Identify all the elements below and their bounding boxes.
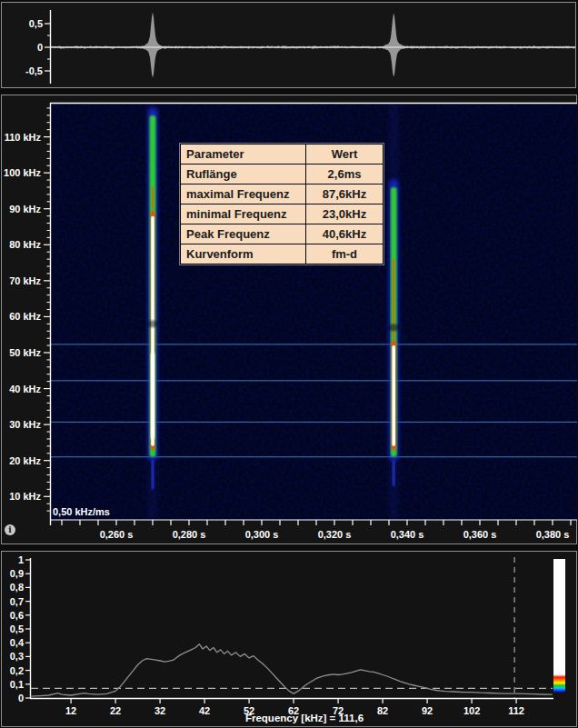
spectrogram-ytick-label: 50 kHz [9, 347, 41, 358]
spectrogram-xtick-label: 0,260 s [100, 529, 134, 540]
spectrogram-xtick-label: 0,380 s [536, 529, 570, 540]
spectrum-ytick-label: 0,1 [10, 679, 24, 690]
table-header-row: Parameter Wert [181, 145, 384, 165]
spectrogram-xtick-label: 0,300 s [245, 529, 279, 540]
frequency-readout-label: Frequency [kHz] = 111,6 [145, 713, 463, 723]
spectrogram-ytick-label: 100 kHz [4, 167, 41, 178]
amplitude-colorbar [553, 559, 565, 693]
param-label: Kurvenform [181, 244, 306, 264]
spectrogram-xtick-label: 0,320 s [318, 529, 352, 540]
param-value: 2,6ms [306, 165, 384, 184]
call-white-core [392, 345, 395, 446]
call-white-bulge [151, 353, 154, 439]
spectrum-xtick-label: 112 [508, 705, 524, 716]
spectrogram-ytick-label: 60 kHz [9, 311, 41, 322]
spectrum-ytick-label: 0,5 [10, 623, 24, 634]
param-label: minimal Frequenz [181, 204, 306, 224]
parameter-table: Parameter Wert Ruflänge 2,6ms maximal Fr… [180, 144, 384, 264]
spectrogram-ytick-label: 90 kHz [9, 204, 41, 214]
call-red-ridge [152, 187, 154, 209]
spectrogram-ytick-label: 20 kHz [9, 455, 41, 466]
param-label: maximal Frequenz [181, 184, 306, 204]
spectrogram-xtick-label: 0,360 s [463, 529, 497, 540]
param-label: Peak Frequenz [181, 224, 306, 244]
spectrum-ytick-label: 0,8 [10, 582, 24, 593]
charts-canvas: 0,50-0,5 110 kHz100 kHz90 kHz80 kHz70 kH… [0, 0, 578, 728]
call-notch [147, 320, 158, 327]
call-notch [388, 324, 399, 331]
oscillogram-ytick-label: 0 [37, 42, 43, 53]
info-button[interactable]: i [5, 524, 15, 535]
call-tail [152, 461, 154, 490]
call-tail [393, 461, 395, 486]
spectrogram-ytick-label: 40 kHz [9, 384, 41, 394]
spectrum-ytick-label: 0,7 [10, 596, 24, 607]
spectrum-ytick-label: 1 [18, 554, 24, 565]
slope-rate-label: 0,50 kHz/ms [53, 506, 110, 517]
spectrum-xtick-label: 22 [110, 705, 121, 716]
spectrogram-ytick-label: 30 kHz [9, 419, 41, 430]
oscillogram-ytick-label: 0,5 [29, 18, 43, 29]
spectrogram-ytick-label: 70 kHz [9, 275, 41, 286]
param-value: 23,0kHz [306, 204, 384, 224]
param-label: Ruflänge [181, 165, 306, 184]
param-value: 87,6kHz [306, 184, 384, 204]
param-value: 40,6kHz [306, 224, 384, 244]
header-wert: Wert [306, 145, 384, 165]
table-row: minimal Frequenz 23,0kHz [181, 204, 384, 224]
spectrum-ytick-label: 0,2 [10, 665, 24, 676]
spectrogram-ytick-label: 80 kHz [9, 239, 41, 250]
spectrogram-xtick-label: 0,340 s [391, 529, 424, 540]
table-row: maximal Frequenz 87,6kHz [181, 184, 384, 204]
table-row: Peak Frequenz 40,6kHz [181, 224, 384, 244]
table-row: Ruflänge 2,6ms [181, 165, 384, 184]
app-window: 0,50-0,5 110 kHz100 kHz90 kHz80 kHz70 kH… [0, 0, 578, 728]
spectrum-ytick-label: 0 [18, 693, 24, 703]
spectrum-xtick-label: 12 [65, 705, 76, 716]
spectrum-ytick-label: 0,9 [10, 568, 24, 579]
spectrum-panel [2, 552, 577, 727]
spectrum-ytick-label: 0,6 [10, 610, 24, 621]
spectrum-ytick-label: 0,4 [10, 637, 25, 648]
param-value: fm-d [306, 244, 384, 264]
table-row: Kurvenform fm-d [181, 244, 384, 264]
spectrum-xtick-label: 102 [463, 705, 480, 716]
oscillogram-ytick-label: -0,5 [25, 65, 43, 76]
header-parameter: Parameter [181, 145, 306, 165]
spectrogram-xtick-label: 0,280 s [173, 529, 206, 540]
oscillogram-panel [2, 3, 576, 88]
spectrogram-ytick-label: 110 kHz [5, 132, 42, 143]
spectrum-ytick-label: 0,3 [10, 651, 24, 662]
spectrogram-ytick-label: 10 kHz [9, 491, 41, 502]
info-icon: i [8, 526, 11, 534]
